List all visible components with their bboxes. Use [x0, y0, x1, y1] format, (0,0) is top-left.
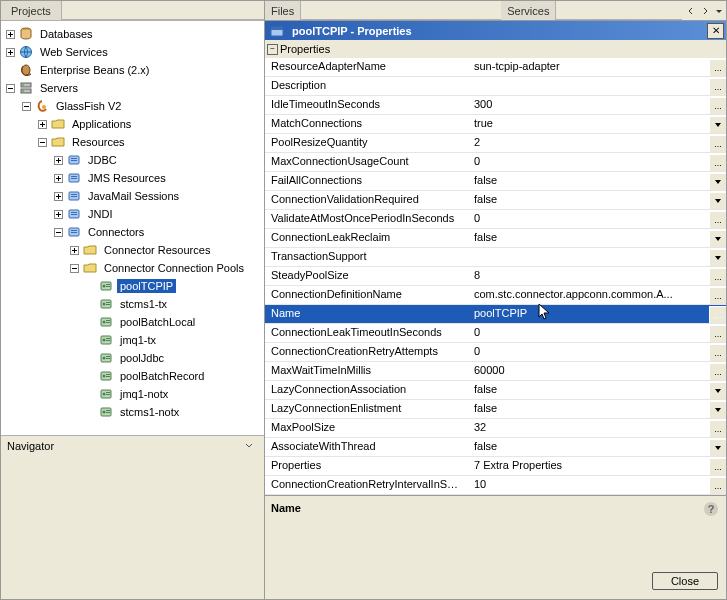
- property-value[interactable]: [470, 248, 727, 266]
- tree-row[interactable]: Connectors: [3, 223, 264, 241]
- tree-node-label[interactable]: Applications: [69, 117, 134, 131]
- property-value[interactable]: true: [470, 115, 727, 133]
- dropdown-button[interactable]: [709, 439, 727, 456]
- tree-node-label[interactable]: jmq1-notx: [117, 387, 171, 401]
- tree-row[interactable]: stcms1-tx: [3, 295, 264, 313]
- property-row[interactable]: ConnectionCreationRetryIntervalInSeconds…: [265, 476, 727, 495]
- expand-icon[interactable]: [3, 45, 17, 59]
- dropdown-button[interactable]: [709, 382, 727, 399]
- tree-pane[interactable]: DatabasesWeb ServicesEnterprise Beans (2…: [1, 20, 264, 436]
- minimize-icon[interactable]: [244, 441, 254, 451]
- property-row[interactable]: ConnectionLeakReclaimfalse: [265, 229, 727, 248]
- tree-row[interactable]: poolBatchLocal: [3, 313, 264, 331]
- ellipsis-button[interactable]: ...: [709, 306, 727, 323]
- property-row[interactable]: PoolResizeQuantity2...: [265, 134, 727, 153]
- ellipsis-button[interactable]: ...: [709, 420, 727, 437]
- dropdown-button[interactable]: [709, 249, 727, 266]
- property-value[interactable]: 0...: [470, 343, 727, 361]
- collapse-icon[interactable]: [35, 135, 49, 149]
- tree-row[interactable]: poolTCPIP: [3, 277, 264, 295]
- properties-section-header[interactable]: − Properties: [265, 40, 727, 58]
- tree-row[interactable]: stcms1-notx: [3, 403, 264, 421]
- ellipsis-button[interactable]: ...: [709, 477, 727, 494]
- dropdown-icon[interactable]: [714, 6, 724, 16]
- tree-row[interactable]: Connector Resources: [3, 241, 264, 259]
- navigator-dock-icons[interactable]: [240, 441, 258, 451]
- tree-row[interactable]: poolJdbc: [3, 349, 264, 367]
- ellipsis-button[interactable]: ...: [709, 268, 727, 285]
- property-row[interactable]: ConnectionValidationRequiredfalse: [265, 191, 727, 210]
- dialog-close-button[interactable]: ✕: [707, 23, 724, 39]
- property-value[interactable]: 300...: [470, 96, 727, 114]
- scroll-left-icon[interactable]: [686, 6, 696, 16]
- property-row[interactable]: IdleTimeoutInSeconds300...: [265, 96, 727, 115]
- dropdown-button[interactable]: [709, 401, 727, 418]
- tree-row[interactable]: Connector Connection Pools: [3, 259, 264, 277]
- tree-node-label[interactable]: Servers: [37, 81, 81, 95]
- property-row[interactable]: MaxWaitTimeInMillis60000...: [265, 362, 727, 381]
- property-row[interactable]: LazyConnectionAssociationfalse: [265, 381, 727, 400]
- property-value[interactable]: 0...: [470, 153, 727, 171]
- ellipsis-button[interactable]: ...: [709, 287, 727, 304]
- property-row[interactable]: ConnectionLeakTimeoutInSeconds0...: [265, 324, 727, 343]
- tree-node-label[interactable]: poolBatchLocal: [117, 315, 198, 329]
- property-row[interactable]: MaxConnectionUsageCount0...: [265, 153, 727, 172]
- dropdown-button[interactable]: [709, 116, 727, 133]
- property-row[interactable]: ConnectionDefinitionNamecom.stc.connecto…: [265, 286, 727, 305]
- ellipsis-button[interactable]: ...: [709, 135, 727, 152]
- property-grid[interactable]: ResourceAdapterNamesun-tcpip-adapter...D…: [265, 58, 727, 495]
- tree-node-label[interactable]: JMS Resources: [85, 171, 169, 185]
- collapse-icon[interactable]: [51, 225, 65, 239]
- tree-node-label[interactable]: Connector Connection Pools: [101, 261, 247, 275]
- property-row[interactable]: Properties7 Extra Properties...: [265, 457, 727, 476]
- dropdown-button[interactable]: [709, 230, 727, 247]
- property-value[interactable]: 0...: [470, 210, 727, 228]
- property-value[interactable]: false: [470, 172, 727, 190]
- tree-node-label[interactable]: Enterprise Beans (2.x): [37, 63, 152, 77]
- tree-row[interactable]: poolBatchRecord: [3, 367, 264, 385]
- tree-row[interactable]: Resources: [3, 133, 264, 151]
- expand-icon[interactable]: [51, 171, 65, 185]
- tree-row[interactable]: Enterprise Beans (2.x): [3, 61, 264, 79]
- property-row[interactable]: ResourceAdapterNamesun-tcpip-adapter...: [265, 58, 727, 77]
- tree-row[interactable]: jmq1-tx: [3, 331, 264, 349]
- expand-icon[interactable]: [35, 117, 49, 131]
- collapse-icon[interactable]: [67, 261, 81, 275]
- expand-icon[interactable]: [51, 207, 65, 221]
- collapse-icon[interactable]: [3, 81, 17, 95]
- ellipsis-button[interactable]: ...: [709, 458, 727, 475]
- property-value[interactable]: false: [470, 400, 727, 418]
- expand-icon[interactable]: [67, 243, 81, 257]
- tree-row[interactable]: Databases: [3, 25, 264, 43]
- scroll-right-icon[interactable]: [700, 6, 710, 16]
- tree-node-label[interactable]: JNDI: [85, 207, 115, 221]
- tree-row[interactable]: Applications: [3, 115, 264, 133]
- property-row[interactable]: LazyConnectionEnlistmentfalse: [265, 400, 727, 419]
- tree-node-label[interactable]: Connector Resources: [101, 243, 213, 257]
- tree-node-label[interactable]: GlassFish V2: [53, 99, 124, 113]
- tree-node-label[interactable]: JDBC: [85, 153, 120, 167]
- tree-row[interactable]: Web Services: [3, 43, 264, 61]
- property-row[interactable]: TransactionSupport: [265, 248, 727, 267]
- expand-icon[interactable]: [3, 27, 17, 41]
- tree-row[interactable]: JavaMail Sessions: [3, 187, 264, 205]
- property-value[interactable]: 32...: [470, 419, 727, 437]
- ellipsis-button[interactable]: ...: [709, 363, 727, 380]
- property-row[interactable]: AssociateWithThreadfalse: [265, 438, 727, 457]
- property-value[interactable]: 60000...: [470, 362, 727, 380]
- tree-node-label[interactable]: jmq1-tx: [117, 333, 159, 347]
- property-row[interactable]: MaxPoolSize32...: [265, 419, 727, 438]
- ellipsis-button[interactable]: ...: [709, 325, 727, 342]
- property-row[interactable]: FailAllConnectionsfalse: [265, 172, 727, 191]
- tab-projects[interactable]: Projects: [1, 1, 62, 20]
- tree-row[interactable]: JMS Resources: [3, 169, 264, 187]
- tree-node-label[interactable]: Connectors: [85, 225, 147, 239]
- property-value[interactable]: ...: [470, 77, 727, 95]
- tree-node-label[interactable]: Databases: [37, 27, 96, 41]
- property-value[interactable]: com.stc.connector.appconn.common.A......: [470, 286, 727, 304]
- tree-node-label[interactable]: poolJdbc: [117, 351, 167, 365]
- tree-row[interactable]: JDBC: [3, 151, 264, 169]
- property-row[interactable]: SteadyPoolSize8...: [265, 267, 727, 286]
- ellipsis-button[interactable]: ...: [709, 59, 727, 76]
- tree-row[interactable]: GlassFish V2: [3, 97, 264, 115]
